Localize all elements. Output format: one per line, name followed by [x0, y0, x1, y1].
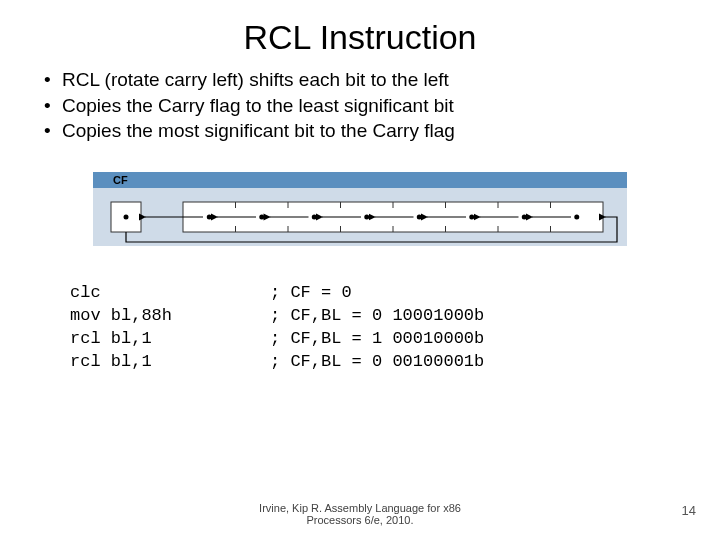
- svg-point-4: [124, 214, 129, 219]
- code-comments: ; CF = 0 ; CF,BL = 0 10001000b ; CF,BL =…: [270, 282, 484, 374]
- svg-rect-0: [93, 172, 627, 188]
- footer-citation: Irvine, Kip R. Assembly Language for x86…: [0, 502, 720, 526]
- svg-point-27: [574, 214, 579, 219]
- code-block: clc mov bl,88h rcl bl,1 rcl bl,1 ; CF = …: [70, 282, 720, 374]
- page-number: 14: [682, 503, 696, 518]
- rcl-diagram: CF: [93, 172, 627, 252]
- bullet-list: RCL (rotate carry left) shifts each bit …: [44, 67, 720, 144]
- bullet-item: Copies the Carry flag to the least signi…: [44, 93, 720, 119]
- svg-point-22: [312, 214, 317, 219]
- svg-point-20: [207, 214, 212, 219]
- page-title: RCL Instruction: [0, 18, 720, 57]
- svg-point-24: [417, 214, 422, 219]
- code-instructions: clc mov bl,88h rcl bl,1 rcl bl,1: [70, 282, 270, 374]
- cf-label: CF: [113, 174, 128, 186]
- bullet-item: RCL (rotate carry left) shifts each bit …: [44, 67, 720, 93]
- svg-point-23: [364, 214, 369, 219]
- svg-point-25: [469, 214, 474, 219]
- svg-point-26: [522, 214, 527, 219]
- svg-point-21: [259, 214, 264, 219]
- bullet-item: Copies the most significant bit to the C…: [44, 118, 720, 144]
